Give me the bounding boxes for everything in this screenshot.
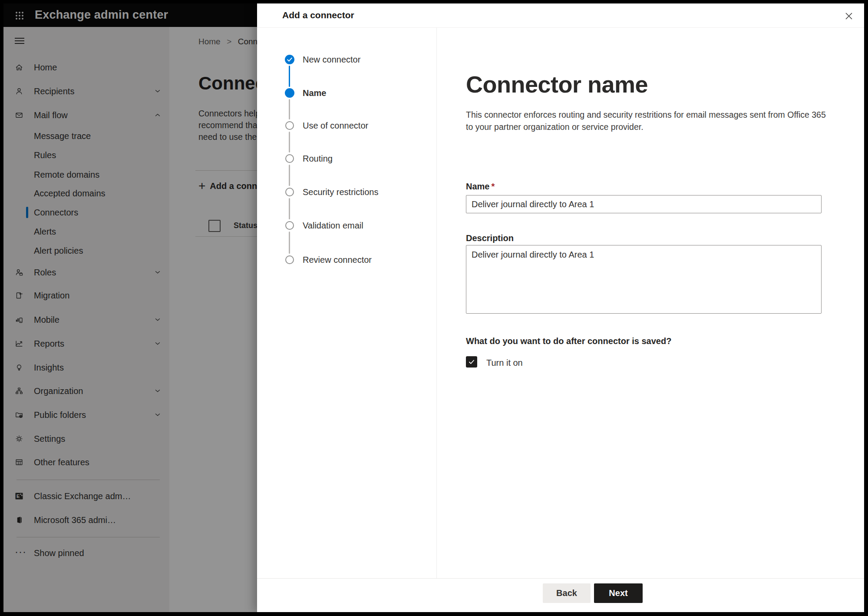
step-page-title: Connector name <box>466 71 648 98</box>
wizard-step-validation-email[interactable]: Validation email <box>257 219 431 232</box>
required-asterisk: * <box>491 182 495 191</box>
add-connector-panel: Add a connector New connector Name Use o… <box>257 3 864 612</box>
step-connector-line <box>289 232 290 254</box>
step-completed-icon <box>285 55 294 64</box>
back-button[interactable]: Back <box>543 583 591 603</box>
panel-title: Add a connector <box>282 10 354 20</box>
modal-dim-overlay <box>0 0 257 616</box>
wizard-step-use-of-connector[interactable]: Use of connector <box>257 119 431 132</box>
wizard-step-routing[interactable]: Routing <box>257 152 431 165</box>
step-connector-line <box>289 132 290 152</box>
wizard-step-new-connector[interactable]: New connector <box>257 53 431 66</box>
step-upcoming-icon <box>285 121 294 130</box>
step-connector-line <box>289 66 290 87</box>
step-connector-line <box>289 99 290 119</box>
step-page-description: This connector enforces routing and secu… <box>466 109 826 133</box>
step-current-icon <box>285 88 294 98</box>
panel-footer-divider <box>257 578 864 579</box>
wizard-step-security-restrictions[interactable]: Security restrictions <box>257 185 431 199</box>
step-upcoming-icon <box>285 255 294 264</box>
turn-it-on-label[interactable]: Turn it on <box>486 358 523 368</box>
wizard-step-name[interactable]: Name <box>257 86 431 99</box>
turn-it-on-checkbox[interactable] <box>466 356 477 368</box>
step-upcoming-icon <box>285 221 294 230</box>
panel-header-divider <box>257 27 864 28</box>
name-input[interactable] <box>466 195 822 213</box>
description-textarea[interactable]: Deliver journal directly to Area 1 <box>466 245 822 314</box>
close-icon[interactable] <box>842 9 856 23</box>
description-field-label: Description <box>466 233 514 243</box>
after-save-heading: What do you want to do after connector i… <box>466 336 671 346</box>
steps-content-divider <box>436 28 437 578</box>
name-field-label: Name* <box>466 182 495 192</box>
step-connector-line <box>289 165 290 186</box>
screen: Exchange admin center Home Recipients Ma… <box>0 0 868 616</box>
step-upcoming-icon <box>285 188 294 196</box>
step-connector-line <box>289 198 290 219</box>
step-upcoming-icon <box>285 154 294 163</box>
next-button[interactable]: Next <box>594 583 643 603</box>
wizard-step-review-connector[interactable]: Review connector <box>257 253 431 266</box>
